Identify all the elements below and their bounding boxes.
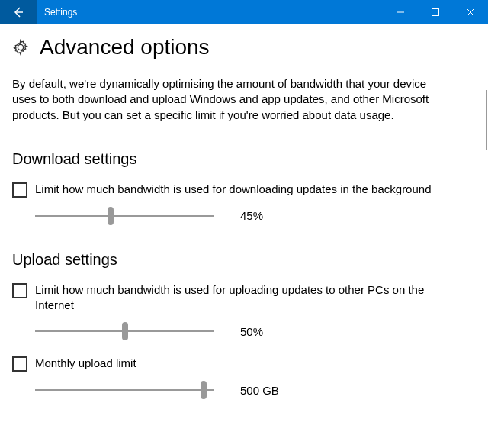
close-icon (467, 8, 474, 16)
slider-thumb[interactable] (122, 322, 128, 340)
monthly-slider-value: 500 GB (240, 384, 279, 397)
svg-rect-2 (432, 9, 439, 16)
close-button[interactable] (453, 0, 488, 24)
download-slider-row: 45% (35, 207, 476, 225)
download-bandwidth-slider[interactable] (35, 207, 214, 225)
monthly-slider-row: 500 GB (35, 381, 476, 399)
maximize-button[interactable] (418, 0, 453, 24)
monthly-limit-checkbox[interactable] (12, 356, 27, 372)
slider-thumb[interactable] (201, 381, 207, 399)
page-description: By default, we're dynamically optimising… (12, 76, 439, 123)
gear-icon (12, 39, 29, 56)
slider-track (35, 389, 214, 391)
minimize-icon (396, 8, 404, 16)
upload-limit-label: Limit how much bandwidth is used for upl… (35, 282, 462, 314)
upload-bandwidth-slider[interactable] (35, 322, 214, 340)
upload-limit-checkbox[interactable] (12, 283, 27, 298)
upload-slider-row: 50% (35, 322, 476, 340)
arrow-left-icon (12, 6, 24, 18)
upload-section-heading: Upload settings (12, 251, 476, 269)
upload-limit-row: Limit how much bandwidth is used for upl… (12, 282, 476, 314)
download-slider-value: 45% (240, 209, 263, 222)
titlebar: Settings (0, 0, 488, 24)
download-limit-row: Limit how much bandwidth is used for dow… (12, 182, 476, 198)
download-section-heading: Download settings (12, 150, 476, 168)
window-controls (383, 0, 488, 24)
back-button[interactable] (0, 0, 37, 24)
monthly-limit-row: Monthly upload limit (12, 356, 476, 372)
window-title: Settings (37, 7, 383, 18)
content-area: Advanced options By default, we're dynam… (0, 24, 488, 448)
scrollbar[interactable] (486, 90, 487, 150)
download-limit-checkbox[interactable] (12, 182, 27, 198)
slider-track (35, 215, 214, 217)
slider-thumb[interactable] (108, 207, 114, 225)
page-header: Advanced options (12, 35, 476, 60)
page-title: Advanced options (40, 35, 210, 60)
minimize-button[interactable] (383, 0, 418, 24)
monthly-upload-slider[interactable] (35, 381, 214, 399)
monthly-limit-label: Monthly upload limit (35, 356, 136, 371)
upload-slider-value: 50% (240, 325, 263, 338)
maximize-icon (432, 8, 439, 16)
download-limit-label: Limit how much bandwidth is used for dow… (35, 182, 432, 197)
